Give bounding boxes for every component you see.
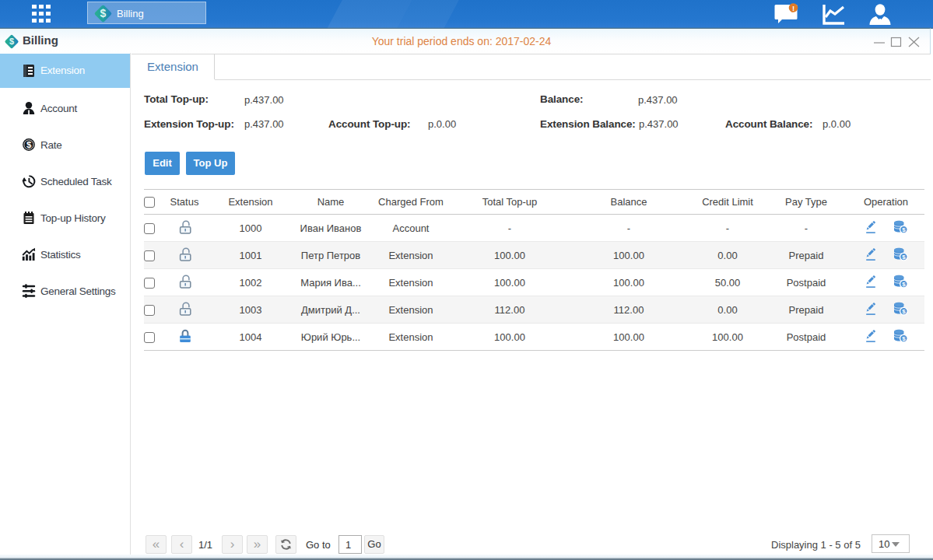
svg-text:$: $	[26, 140, 32, 149]
svg-text:!: !	[792, 4, 794, 12]
svg-text:$: $	[100, 7, 107, 19]
